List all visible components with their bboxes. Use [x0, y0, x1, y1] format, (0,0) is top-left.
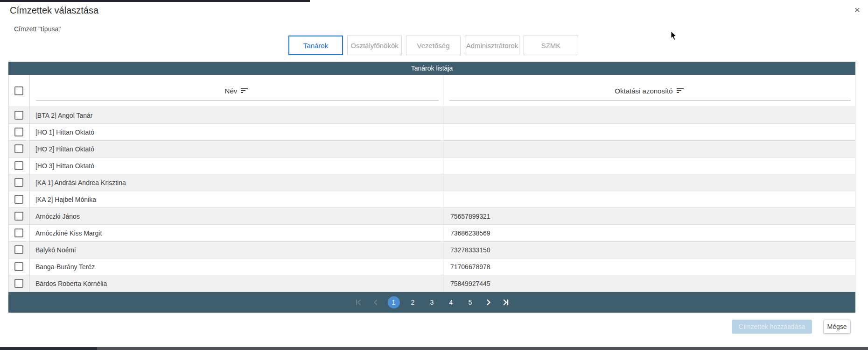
- cell-name: [KA 1] Andrási Andrea Krisztina: [29, 174, 443, 191]
- table-row: [HO 1] Hittan Oktató: [9, 124, 855, 141]
- row-checkbox[interactable]: [14, 245, 23, 254]
- table-row: Balykó Noémi 73278333150: [9, 242, 855, 258]
- next-page-icon[interactable]: [483, 297, 494, 307]
- cell-oid: 73686238569: [443, 225, 855, 241]
- pagination-bar: 1 2 3 4 5: [8, 292, 855, 313]
- column-header-oid-label: Oktatási azonosító: [615, 87, 672, 95]
- cell-oid: 73278333150: [443, 242, 855, 258]
- row-checkbox[interactable]: [14, 161, 23, 170]
- row-checkbox[interactable]: [14, 144, 23, 153]
- cell-name: Arnóczki János: [29, 208, 443, 224]
- table-row: Bárdos Roberta Kornélia 75849927445: [9, 275, 855, 292]
- cell-name: Balykó Noémi: [29, 242, 443, 258]
- close-icon[interactable]: ×: [851, 4, 863, 16]
- table-header-row: Név Oktatási azonosító: [8, 75, 855, 107]
- tab-tanarok[interactable]: Tanárok: [288, 36, 343, 55]
- tab-vezetoseg[interactable]: Vezetőség: [406, 36, 461, 55]
- cell-name: [HO 3] Hittan Oktató: [29, 157, 443, 174]
- select-all-checkbox[interactable]: [14, 86, 23, 95]
- cell-name: [KA 2] Hajbel Mónika: [29, 191, 443, 207]
- row-checkbox[interactable]: [14, 212, 23, 221]
- add-recipients-button[interactable]: Címzettek hozzáadása: [732, 320, 812, 334]
- table-row: [KA 1] Andrási Andrea Krisztina: [9, 174, 855, 191]
- cell-name: Bárdos Roberta Kornélia: [29, 275, 443, 292]
- recipient-type-label: Címzett "típusa": [14, 25, 61, 33]
- table-row: Arnóczkiné Kiss Margit 73686238569: [9, 225, 855, 242]
- cell-oid: [443, 174, 855, 191]
- mouse-cursor: [671, 31, 677, 41]
- cell-name: [HO 1] Hittan Oktató: [29, 124, 443, 140]
- row-checkbox[interactable]: [14, 262, 23, 271]
- recipient-type-tabs: Tanárok Osztályfőnökök Vezetőség Adminis…: [288, 36, 578, 55]
- cell-name: Banga-Burány Teréz: [29, 258, 443, 275]
- table-row: [HO 3] Hittan Oktató: [9, 157, 855, 174]
- sort-icon[interactable]: [241, 88, 248, 93]
- previous-page-icon[interactable]: [371, 297, 381, 307]
- page-number-5[interactable]: 5: [464, 296, 476, 308]
- cancel-button[interactable]: Mégse: [823, 320, 851, 334]
- cell-oid: 71706678978: [443, 258, 855, 275]
- tab-szmk[interactable]: SZMK: [524, 36, 578, 55]
- tab-adminisztratorok[interactable]: Adminisztrátorok: [465, 36, 519, 55]
- cell-oid: 75849927445: [443, 275, 855, 292]
- table-row: [HO 2] Hittan Oktató: [9, 141, 855, 157]
- cell-oid: [443, 124, 855, 140]
- column-header-name[interactable]: Név: [29, 75, 443, 107]
- row-checkbox[interactable]: [14, 195, 23, 204]
- row-checkbox[interactable]: [14, 111, 23, 120]
- table-body: [BTA 2] Angol Tanár [HO 1] Hittan Oktató…: [8, 107, 855, 292]
- last-page-icon[interactable]: [501, 297, 511, 307]
- table-row: Arnóczki János 75657899321: [9, 208, 855, 225]
- tab-osztalyfonokok[interactable]: Osztályfőnökök: [347, 36, 402, 55]
- header-underline: [449, 100, 851, 101]
- page-number-2[interactable]: 2: [407, 296, 419, 308]
- cell-oid: [443, 107, 855, 123]
- row-checkbox[interactable]: [14, 128, 23, 136]
- teachers-table: Tanárok listája Név Oktatási azonosító […: [8, 62, 855, 313]
- cell-name: [BTA 2] Angol Tanár: [29, 107, 443, 123]
- row-checkbox[interactable]: [14, 229, 23, 237]
- column-header-oid[interactable]: Oktatási azonosító: [443, 75, 855, 107]
- first-page-icon[interactable]: [353, 297, 364, 307]
- dialog-title: Címzettek választása: [10, 5, 98, 16]
- cell-oid: 75657899321: [443, 208, 855, 224]
- table-row: [BTA 2] Angol Tanár: [9, 107, 855, 124]
- table-row: Banga-Burány Teréz 71706678978: [9, 258, 855, 275]
- background-page-edge-bottom: [0, 347, 868, 350]
- background-page-edge-top: [0, 0, 310, 2]
- cell-name: [HO 2] Hittan Oktató: [29, 141, 443, 157]
- table-title-bar: Tanárok listája: [8, 62, 855, 75]
- page-number-3[interactable]: 3: [426, 296, 438, 308]
- sort-icon[interactable]: [677, 88, 684, 93]
- table-row: [KA 2] Hajbel Mónika: [9, 191, 855, 208]
- page-number-1[interactable]: 1: [388, 296, 400, 308]
- page-number-4[interactable]: 4: [445, 296, 457, 308]
- cell-name: Arnóczkiné Kiss Margit: [29, 225, 443, 241]
- column-header-name-label: Név: [225, 87, 238, 95]
- row-checkbox[interactable]: [14, 279, 23, 288]
- cell-oid: [443, 141, 855, 157]
- cell-oid: [443, 157, 855, 174]
- header-underline: [36, 100, 439, 101]
- cell-oid: [443, 191, 855, 207]
- row-checkbox[interactable]: [14, 178, 23, 187]
